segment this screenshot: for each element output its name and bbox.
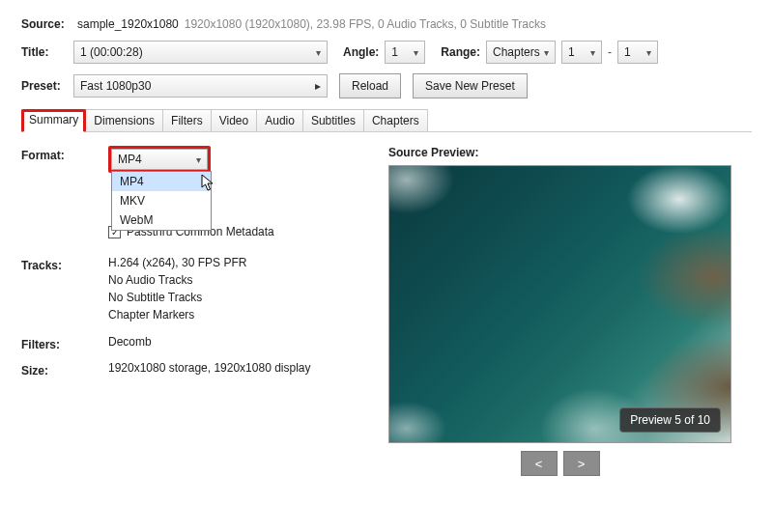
title-select[interactable]: 1 (00:00:28) ▾ [73, 41, 328, 64]
tab-filters[interactable]: Filters [162, 109, 212, 132]
tracks-audio: No Audio Tracks [108, 273, 379, 287]
chevron-down-icon: ▾ [544, 47, 549, 58]
tab-dimensions[interactable]: Dimensions [85, 109, 163, 132]
format-select-value: MP4 [118, 153, 142, 166]
range-dash: - [608, 45, 612, 59]
filters-value: Decomb [108, 335, 379, 349]
chevron-down-icon: ▾ [414, 47, 418, 58]
angle-select-value: 1 [391, 45, 398, 59]
tab-video[interactable]: Video [211, 109, 257, 132]
preview-next-button[interactable]: > [563, 451, 600, 476]
size-value: 1920x1080 storage, 1920x1080 display [108, 361, 379, 375]
format-dropdown: MP4 MKV WebM [111, 171, 212, 231]
tracks-video: H.264 (x264), 30 FPS PFR [108, 256, 379, 269]
preview-badge: Preview 5 of 10 [619, 407, 721, 433]
tracks-label: Tracks: [21, 256, 108, 272]
source-filename: sample_1920x1080 [77, 17, 179, 31]
tracks-chapters: Chapter Markers [108, 308, 379, 322]
preset-select-value: Fast 1080p30 [80, 79, 151, 93]
format-select[interactable]: MP4 ▾ MP4 MKV [111, 149, 208, 170]
chevron-down-icon: ▾ [196, 154, 201, 165]
angle-label: Angle: [343, 45, 379, 59]
chapter-from-select[interactable]: 1 ▾ [561, 41, 602, 64]
tab-audio[interactable]: Audio [256, 109, 303, 132]
chapter-from-value: 1 [568, 45, 575, 59]
format-label: Format: [21, 146, 108, 162]
save-new-preset-button[interactable]: Save New Preset [413, 73, 528, 98]
size-label: Size: [21, 361, 108, 378]
range-select[interactable]: Chapters ▾ [486, 41, 556, 64]
angle-select[interactable]: 1 ▾ [385, 41, 425, 64]
preview-image: Preview 5 of 10 [388, 165, 731, 443]
chapter-to-select[interactable]: 1 ▾ [617, 41, 658, 64]
title-label: Title: [21, 45, 73, 59]
tab-summary[interactable]: Summary [21, 109, 86, 132]
tab-subtitles[interactable]: Subtitles [302, 109, 364, 132]
filters-label: Filters: [21, 335, 108, 351]
range-select-value: Chapters [493, 45, 540, 59]
format-option-webm[interactable]: WebM [112, 210, 211, 230]
tab-chapters[interactable]: Chapters [363, 109, 428, 132]
preset-select[interactable]: Fast 1080p30 ▸ [73, 74, 328, 98]
chapter-to-value: 1 [624, 45, 631, 59]
tracks-subtitle: No Subtitle Tracks [108, 291, 379, 304]
preview-title: Source Preview: [388, 146, 752, 159]
chevron-down-icon: ▾ [646, 47, 651, 58]
format-option-mp4[interactable]: MP4 [112, 172, 211, 191]
tabs: Summary Dimensions Filters Video Audio S… [21, 108, 752, 132]
preview-prev-button[interactable]: < [521, 451, 558, 476]
chevron-down-icon: ▾ [316, 47, 321, 58]
range-label: Range: [441, 45, 480, 59]
source-meta: 1920x1080 (1920x1080), 23.98 FPS, 0 Audi… [185, 17, 546, 31]
source-label: Source: [21, 17, 73, 31]
triangle-right-icon: ▸ [315, 79, 321, 93]
format-option-mkv[interactable]: MKV [112, 191, 211, 210]
chevron-down-icon: ▾ [590, 47, 595, 58]
reload-button[interactable]: Reload [339, 73, 401, 98]
preset-label: Preset: [21, 79, 73, 93]
title-select-value: 1 (00:00:28) [80, 45, 143, 59]
